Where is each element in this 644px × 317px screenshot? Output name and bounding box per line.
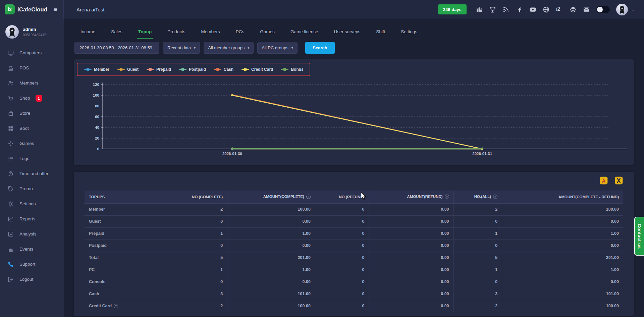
topup-line-chart: 0204060801001202026-01-302026-01-31 — [79, 80, 629, 162]
mail-icon[interactable] — [583, 6, 590, 13]
tab-products[interactable]: Products — [167, 29, 185, 39]
facebook-icon[interactable] — [516, 6, 523, 13]
data-period-select[interactable]: Recent data ▾ — [163, 42, 200, 54]
trophy-icon[interactable] — [489, 6, 496, 13]
tab-user-surveys[interactable]: User surveys — [334, 29, 360, 39]
table-row-total: Total5201.0000.005201.00 — [85, 252, 623, 264]
legend-item-bonus[interactable]: Bonus — [281, 67, 303, 72]
value-cell: 2 — [453, 203, 502, 215]
sidebar-item-promo[interactable]: Promo — [0, 181, 64, 196]
sidebar-item-reports[interactable]: Reports — [0, 211, 64, 226]
user-name: admin — [23, 27, 46, 32]
value-cell: 0 — [149, 240, 227, 252]
svg-text:2026-01-31: 2026-01-31 — [472, 152, 492, 156]
sidebar-item-games[interactable]: Games — [0, 136, 64, 151]
sidebar-item-computers[interactable]: Computers — [0, 45, 64, 60]
legend-item-credit-card[interactable]: Credit Card — [241, 67, 273, 72]
excel-export-button[interactable] — [614, 176, 623, 185]
filter-bar: 2026-01-30 08:59 - 2026-01-31 08:59 Rece… — [64, 39, 644, 54]
member-group-select[interactable]: All member groups ▾ — [204, 42, 254, 54]
legend-item-guest[interactable]: Guest — [117, 67, 139, 72]
youtube-icon[interactable] — [529, 6, 536, 13]
table-row-member: Member2100.0000.002100.00 — [85, 203, 623, 215]
legend-label: Guest — [127, 67, 139, 72]
row-label: Postpaid — [89, 243, 107, 248]
info-icon[interactable]: ? — [445, 195, 449, 199]
sidebar-item-label: Computers — [19, 50, 42, 55]
value-cell: 100.00 — [227, 203, 315, 215]
legend-item-prepaid[interactable]: Prepaid — [147, 67, 171, 72]
svg-text:2026-01-30: 2026-01-30 — [222, 152, 242, 156]
sidebar-user-block[interactable]: admin 005193482475 — [0, 19, 64, 43]
select-chevron-icon: ▾ — [194, 46, 196, 50]
column-header-amount-complete: AMOUNT(COMPLETE)? — [227, 191, 315, 203]
value-cell: 100.00 — [502, 203, 623, 215]
ranking-icon[interactable] — [476, 6, 483, 13]
info-icon[interactable]: ? — [306, 195, 311, 199]
legend-item-postpaid[interactable]: Postpaid — [179, 67, 206, 72]
sidebar-item-analysis[interactable]: Analysis — [0, 226, 64, 242]
hamburger-menu-icon[interactable]: ≡ — [53, 6, 57, 13]
sidebar-item-time-and-offer[interactable]: Time and offer — [0, 166, 64, 181]
sidebar-item-logs[interactable]: Logs — [0, 151, 64, 166]
sidebar-item-settings[interactable]: Settings — [0, 196, 64, 211]
page-title: Arena aiTest — [76, 7, 104, 12]
icafecloud-icon[interactable]: i2 — [556, 6, 563, 13]
sidebar-item-support[interactable]: Support — [0, 257, 64, 272]
tab-pcs[interactable]: PCs — [236, 29, 245, 39]
tab-topup[interactable]: Topup — [138, 29, 152, 39]
top-bar: i2 iCafeCloud ≡ Arena aiTest 246 days i2… — [0, 0, 644, 19]
topups-table: TOPUPSNO.(COMPLETE)AMOUNT(COMPLETE)?NO.(… — [85, 191, 623, 312]
value-cell: 1 — [149, 227, 227, 240]
chevron-down-icon[interactable]: ⌄ — [632, 7, 635, 12]
table-row-credit-card: Credit Card?2100.0000.002100.00 — [85, 300, 623, 312]
bag-icon — [8, 110, 14, 116]
tab-shift[interactable]: Shift — [376, 29, 385, 39]
pdf-export-button[interactable] — [599, 176, 608, 185]
contact-us-button[interactable]: Contact us — [634, 217, 644, 256]
sidebar-item-store[interactable]: Store — [0, 106, 64, 121]
tab-settings[interactable]: Settings — [401, 29, 417, 39]
value-cell: 1.00 — [502, 264, 623, 276]
sidebar-item-logout[interactable]: Logout — [0, 272, 64, 287]
tab-games[interactable]: Games — [260, 29, 275, 39]
legend-item-cash[interactable]: Cash — [214, 67, 233, 72]
user-avatar[interactable] — [616, 4, 628, 15]
sidebar-item-boot[interactable]: Boot — [0, 121, 64, 136]
table-row-postpaid: Postpaid00.0000.0000.00 — [85, 240, 623, 252]
value-cell: 0.00 — [502, 240, 623, 252]
legend-item-member[interactable]: Member — [84, 67, 109, 72]
sidebar-item-members[interactable]: Members — [0, 75, 64, 91]
legend-marker-icon — [281, 68, 288, 71]
row-label: Cash — [89, 292, 99, 296]
brand-logo[interactable]: i2 iCafeCloud — [5, 4, 47, 14]
sidebar-item-pos[interactable]: POS — [0, 60, 64, 75]
row-label: Credit Card — [89, 304, 112, 308]
legend-label: Credit Card — [251, 67, 273, 72]
globe-icon[interactable] — [543, 6, 550, 13]
theme-toggle[interactable] — [596, 6, 610, 13]
tab-game-license[interactable]: Game license — [290, 29, 318, 39]
date-range-input[interactable]: 2026-01-30 08:59 - 2026-01-31 08:59 — [74, 42, 159, 54]
sidebar-item-label: Games — [19, 141, 34, 146]
license-days-badge[interactable]: 246 days — [438, 4, 467, 14]
tab-sales[interactable]: Sales — [111, 29, 122, 39]
tab-income[interactable]: Income — [80, 29, 95, 39]
sidebar-item-shop[interactable]: Shop1 — [0, 91, 64, 106]
info-icon[interactable]: ? — [114, 304, 118, 308]
pc-group-select[interactable]: All PC groups ▾ — [257, 42, 298, 54]
legend-label: Prepaid — [156, 67, 171, 72]
chart-card: MemberGuestPrepaidPostpaidCashCredit Car… — [74, 59, 634, 165]
user-account-number: 005193482475 — [23, 33, 46, 37]
info-icon[interactable]: ? — [493, 195, 497, 199]
tab-members[interactable]: Members — [201, 29, 220, 39]
search-button[interactable]: Search — [305, 42, 335, 54]
sidebar-item-label: Events — [19, 247, 33, 252]
svg-text:60: 60 — [95, 115, 99, 119]
logout-icon — [8, 276, 14, 282]
sidebar-item-events[interactable]: Events — [0, 242, 64, 257]
value-cell: 0.00 — [369, 300, 453, 312]
data-period-value: Recent data — [167, 45, 191, 50]
rss-icon[interactable] — [502, 6, 509, 13]
layers-icon[interactable] — [570, 6, 577, 13]
